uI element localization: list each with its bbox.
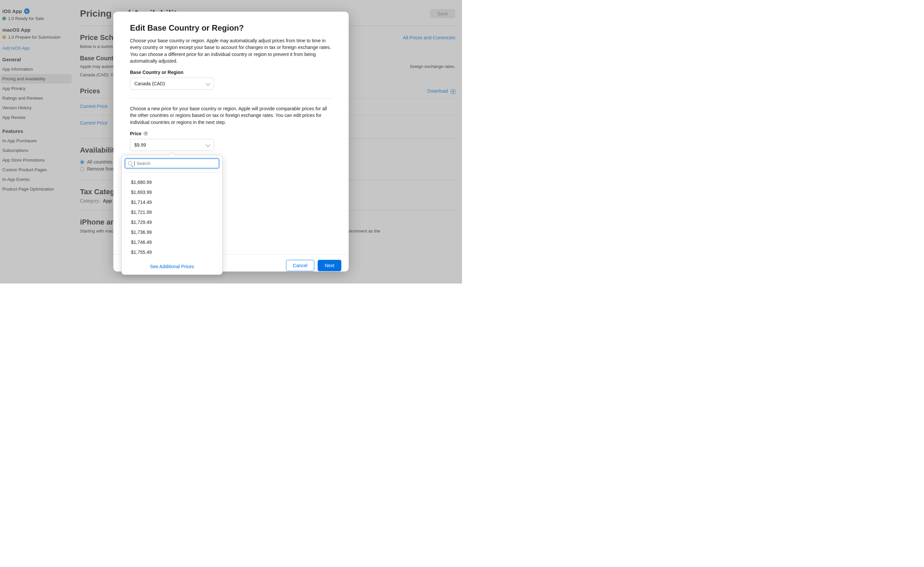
- base-region-value: Canada (CAD): [134, 81, 165, 86]
- price-option[interactable]: $1,736.99: [122, 227, 222, 237]
- cancel-button[interactable]: Cancel: [286, 260, 315, 271]
- see-additional-prices[interactable]: See Additional Prices: [122, 259, 222, 274]
- price-option[interactable]: $1,746.49: [122, 237, 222, 247]
- base-region-select[interactable]: Canada (CAD): [130, 78, 214, 90]
- modal-title: Edit Base Country or Region?: [130, 23, 332, 33]
- price-option[interactable]: $1,693.99: [122, 187, 222, 197]
- base-region-label: Base Country or Region: [130, 70, 332, 75]
- price-option[interactable]: $1,721.99: [122, 207, 222, 217]
- modal-para1: Choose your base country or region. Appl…: [130, 37, 332, 64]
- price-dropdown: $1,680.99 $1,693.99 $1,714.49 $1,721.99 …: [121, 155, 223, 275]
- price-search-input[interactable]: [125, 159, 219, 168]
- price-value: $9.99: [134, 142, 146, 148]
- edit-base-region-modal: Edit Base Country or Region? Choose your…: [113, 12, 349, 272]
- chevron-down-icon: [206, 142, 210, 147]
- help-icon[interactable]: ?: [143, 131, 148, 136]
- price-label: Price: [130, 131, 141, 136]
- price-option[interactable]: $1,755.49: [122, 247, 222, 257]
- search-icon: [128, 161, 132, 166]
- price-select[interactable]: $9.99: [130, 139, 214, 151]
- price-option[interactable]: $1,729.49: [122, 217, 222, 227]
- modal-overlay: Edit Base Country or Region? Choose your…: [0, 0, 462, 284]
- price-option[interactable]: $1,714.49: [122, 197, 222, 207]
- next-button[interactable]: Next: [318, 260, 341, 271]
- search-text[interactable]: [137, 161, 216, 166]
- price-option[interactable]: $1,680.99: [122, 177, 222, 187]
- modal-para2: Choose a new price for your base country…: [130, 105, 332, 126]
- chevron-down-icon: [206, 81, 210, 86]
